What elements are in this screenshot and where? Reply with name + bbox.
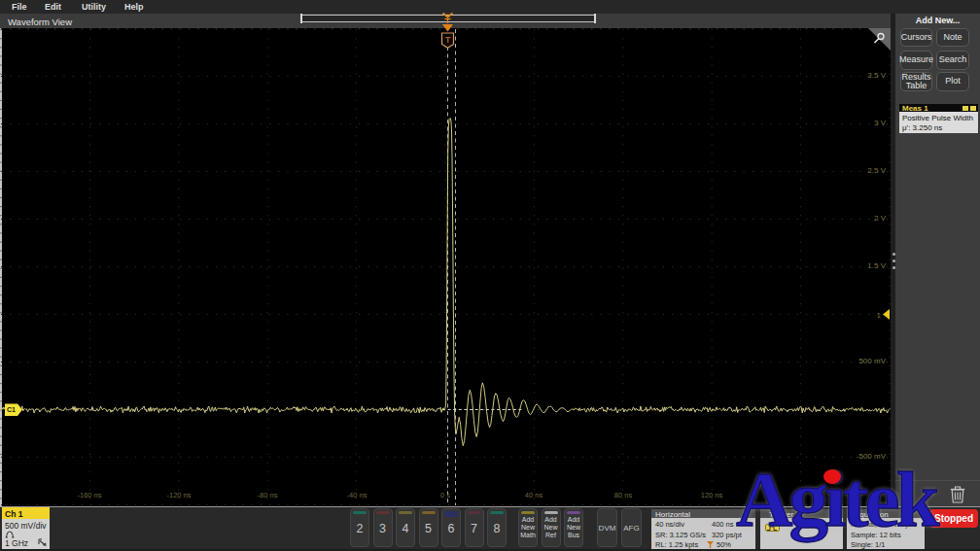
- svg-text:1: 1: [877, 311, 882, 320]
- svg-text:T: T: [445, 35, 451, 45]
- svg-text:C1: C1: [7, 406, 16, 413]
